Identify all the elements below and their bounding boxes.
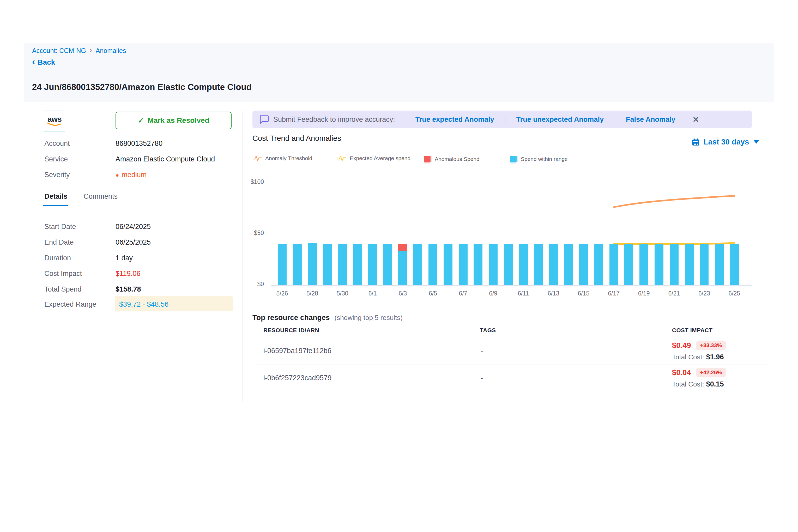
chart-bar[interactable] bbox=[594, 244, 603, 285]
chart-bar[interactable] bbox=[293, 244, 302, 285]
start-date-row: Start Date 06/24/2025 bbox=[44, 222, 237, 231]
chart-bar[interactable] bbox=[323, 244, 332, 285]
feedback-true-unexpected-link[interactable]: True unexpected Anomaly bbox=[516, 116, 604, 124]
legend-anomaly-threshold[interactable]: Anomaly Threshold bbox=[252, 155, 312, 162]
cost-impact-value: $119.06 bbox=[116, 269, 140, 278]
x-axis-label: 6/15 bbox=[568, 290, 599, 297]
resource-id: i-06597ba197fe112b6 bbox=[263, 347, 331, 355]
account-label: Account bbox=[44, 139, 116, 148]
aws-logo-text: aws bbox=[48, 116, 61, 122]
breadcrumb-anomalies-link[interactable]: Anomalies bbox=[96, 47, 126, 55]
legend-label: Anomaly Threshold bbox=[265, 155, 312, 162]
chart-bar[interactable] bbox=[474, 244, 482, 285]
x-axis-label: 5/30 bbox=[327, 290, 358, 297]
chart-bar[interactable] bbox=[504, 244, 513, 285]
x-axis-label: 6/19 bbox=[628, 290, 660, 297]
x-axis-label: 6/13 bbox=[538, 290, 569, 297]
x-axis-label: 6/25 bbox=[719, 290, 750, 297]
column-header-resource-id: RESOURCE ID/ARN bbox=[263, 327, 319, 334]
chart-bar[interactable] bbox=[730, 244, 739, 285]
expected-line-icon bbox=[337, 155, 346, 162]
resource-changes-title: Top resource changes bbox=[252, 314, 330, 322]
tab-comments[interactable]: Comments bbox=[84, 192, 118, 201]
total-spend-value: $158.78 bbox=[116, 285, 141, 293]
severity-dot-icon: ● bbox=[116, 172, 119, 178]
resource-tags: - bbox=[481, 374, 483, 382]
page-header: Account: CCM-NG › Anomalies ‹ Back 24 Ju… bbox=[24, 43, 774, 102]
x-axis-label: 5/26 bbox=[267, 290, 298, 297]
feedback-banner: Submit Feedback to improve accuracy: Tru… bbox=[252, 111, 752, 128]
check-icon: ✓ bbox=[138, 116, 144, 125]
table-row-divider bbox=[257, 392, 770, 392]
red-swatch-icon bbox=[423, 155, 431, 163]
chart-bar[interactable] bbox=[429, 244, 437, 285]
x-axis-baseline bbox=[271, 285, 752, 286]
chart-bar[interactable] bbox=[338, 244, 347, 285]
chart-bar[interactable] bbox=[383, 244, 392, 285]
x-axis-label: 6/23 bbox=[688, 290, 720, 297]
chart-bar[interactable] bbox=[368, 244, 377, 285]
anomalous-bar-segment[interactable] bbox=[398, 244, 407, 251]
chevron-down-icon bbox=[754, 140, 759, 144]
start-date-value: 06/24/2025 bbox=[116, 222, 151, 231]
chart-bar[interactable] bbox=[398, 244, 407, 285]
page: Account: CCM-NG › Anomalies ‹ Back 24 Ju… bbox=[0, 0, 798, 532]
start-date-label: Start Date bbox=[44, 222, 116, 231]
chart-bar[interactable] bbox=[489, 244, 498, 285]
total-spend-row: Total Spend $158.78 bbox=[44, 285, 237, 293]
feedback-false-anomaly-link[interactable]: False Anomaly bbox=[626, 116, 676, 124]
resource-changes-header: Top resource changes (showing top 5 resu… bbox=[252, 314, 403, 322]
chart-bar[interactable] bbox=[670, 244, 679, 285]
end-date-value: 06/25/2025 bbox=[116, 238, 151, 247]
chart-bar[interactable] bbox=[654, 244, 663, 285]
chart-bar[interactable] bbox=[549, 244, 558, 285]
service-label: Service bbox=[44, 155, 116, 164]
expected-line bbox=[614, 243, 734, 244]
chart-bar[interactable] bbox=[459, 244, 468, 285]
chart-bar[interactable] bbox=[534, 244, 543, 285]
chart-bar[interactable] bbox=[640, 244, 648, 285]
breadcrumb-account-link[interactable]: Account: CCM-NG bbox=[32, 47, 86, 55]
x-axis-label: 6/17 bbox=[598, 290, 629, 297]
chart-bar[interactable] bbox=[700, 244, 708, 285]
feedback-separator bbox=[505, 115, 506, 124]
x-axis-label: 5/28 bbox=[297, 290, 328, 297]
legend-expected-average[interactable]: Expected Average spend bbox=[337, 155, 411, 162]
chart-bar[interactable] bbox=[564, 244, 573, 285]
duration-value: 1 day bbox=[116, 253, 133, 262]
chart-bar[interactable] bbox=[413, 244, 422, 285]
chart-bar[interactable] bbox=[715, 244, 724, 285]
threshold-line bbox=[614, 196, 734, 207]
chart-bar[interactable] bbox=[685, 244, 694, 285]
legend-label: Expected Average spend bbox=[350, 155, 411, 162]
feedback-close-icon[interactable]: ✕ bbox=[692, 115, 699, 124]
mark-as-resolved-button[interactable]: ✓ Mark as Resolved bbox=[116, 112, 232, 129]
chart-bar[interactable] bbox=[519, 244, 528, 285]
chart-bar[interactable] bbox=[278, 244, 287, 285]
resource-id: i-0b6f257223cad9579 bbox=[263, 374, 331, 382]
feedback-true-expected-link[interactable]: True expected Anomaly bbox=[415, 116, 494, 124]
x-axis-label: 6/9 bbox=[477, 290, 509, 297]
chart-bar[interactable] bbox=[353, 244, 362, 285]
legend-label: Spend within range bbox=[521, 156, 568, 162]
chart-bar[interactable] bbox=[579, 244, 588, 285]
cost-impact-amount: $0.04 bbox=[672, 368, 691, 377]
resource-tags: - bbox=[481, 347, 483, 355]
account-value: 868001352780 bbox=[116, 139, 163, 148]
table-header-divider bbox=[257, 337, 770, 337]
total-cost-label: Total Cost: bbox=[672, 353, 704, 361]
aws-logo: aws bbox=[44, 111, 65, 132]
x-axis-label: 6/1 bbox=[357, 290, 388, 297]
total-cost-value: $1.96 bbox=[706, 353, 724, 361]
legend-anomalous-spend[interactable]: Anomalous Spend bbox=[423, 155, 480, 163]
back-button[interactable]: ‹ Back bbox=[32, 57, 55, 67]
chart-bar[interactable] bbox=[308, 243, 317, 285]
legend-spend-within-range[interactable]: Spend within range bbox=[509, 155, 568, 163]
back-label: Back bbox=[38, 58, 55, 66]
account-row: Account 868001352780 bbox=[44, 139, 237, 148]
chart-bar[interactable] bbox=[624, 244, 633, 285]
chart-bar[interactable] bbox=[609, 244, 618, 285]
date-range-selector[interactable]: Last 30 days bbox=[691, 138, 759, 146]
chart-bar[interactable] bbox=[443, 244, 453, 285]
tab-details[interactable]: Details bbox=[44, 192, 68, 201]
